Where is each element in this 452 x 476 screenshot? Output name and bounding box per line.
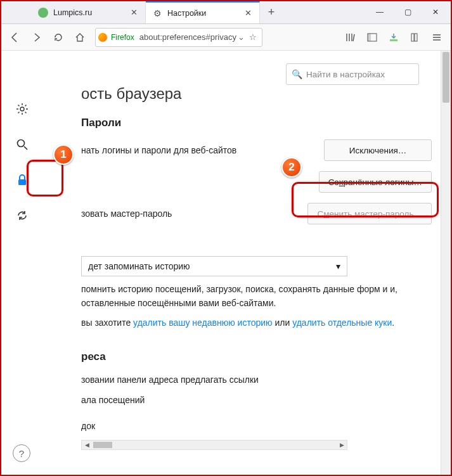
window-controls: — ▢ ✕ bbox=[366, 3, 449, 22]
browser-tab-lumpics[interactable]: Lumpics.ru ✕ bbox=[32, 1, 146, 23]
logins-section-title: Пароли bbox=[81, 117, 432, 129]
lock-icon bbox=[16, 174, 29, 186]
svg-point-6 bbox=[18, 140, 25, 147]
horizontal-scrollbar[interactable]: ◀ ▶ bbox=[81, 440, 347, 450]
download-icon bbox=[389, 32, 399, 42]
history-mode-value: дет запоминать историю bbox=[88, 261, 190, 271]
category-privacy[interactable] bbox=[12, 170, 32, 190]
prefs-search-placeholder: Найти в настройках bbox=[306, 70, 385, 79]
svg-rect-7 bbox=[18, 179, 26, 185]
app-menu-button[interactable] bbox=[427, 27, 447, 48]
help-button[interactable]: ? bbox=[13, 444, 30, 462]
scroll-left-arrow[interactable]: ◀ bbox=[82, 441, 92, 449]
svg-rect-1 bbox=[368, 34, 371, 41]
clear-recent-history-link[interactable]: удалить вашу недавнюю историю bbox=[133, 318, 272, 328]
firefox-logo-icon bbox=[98, 33, 107, 42]
sidebar-icon bbox=[367, 32, 377, 42]
svg-point-5 bbox=[20, 107, 24, 111]
urlbar-identity-label: Firefox bbox=[111, 33, 134, 42]
prefs-search-box[interactable]: 🔍 Найти в настройках bbox=[286, 63, 419, 85]
home-icon bbox=[75, 32, 85, 42]
addressbar-section-title: реса bbox=[81, 351, 432, 363]
window-minimize-button[interactable]: — bbox=[366, 3, 394, 22]
scroll-right-arrow[interactable]: ▶ bbox=[337, 441, 347, 449]
download-indicator[interactable] bbox=[384, 27, 404, 48]
urlbar-dropdown-icon[interactable]: ⌄ bbox=[236, 32, 247, 42]
remember-logins-label: нать логины и пароли для веб-сайтов bbox=[81, 145, 324, 155]
library-button[interactable] bbox=[340, 27, 361, 48]
nav-toolbar: Firefox about:preferences#privacy ⌄ ☆ bbox=[1, 24, 451, 51]
search-icon bbox=[16, 138, 29, 151]
search-icon: 🔍 bbox=[292, 69, 302, 79]
annotation-badge-1: 1 bbox=[53, 145, 74, 165]
forward-button[interactable] bbox=[27, 27, 47, 48]
bookmarks-menu-button[interactable] bbox=[405, 27, 425, 48]
addressbar-suggest-label: зовании панели адреса предлагать ссылки bbox=[81, 373, 432, 387]
window-close-button[interactable]: ✕ bbox=[422, 3, 449, 22]
saved-logins-button[interactable]: Сохранённые логины… bbox=[319, 171, 432, 193]
change-master-password-button[interactable]: Сменить мастер-пароль… bbox=[307, 203, 432, 224]
back-button[interactable] bbox=[5, 27, 25, 48]
close-tab-icon[interactable]: ✕ bbox=[243, 8, 253, 18]
close-tab-icon[interactable]: ✕ bbox=[129, 8, 139, 18]
scroll-thumb[interactable] bbox=[442, 52, 449, 103]
tab-title: Настройки bbox=[167, 9, 243, 18]
history-mode-select[interactable]: дет запоминать историю ▾ bbox=[81, 256, 347, 276]
svg-rect-3 bbox=[411, 34, 414, 41]
addressbar-bookmarks-label: док bbox=[81, 420, 432, 434]
category-sync[interactable] bbox=[12, 205, 32, 226]
new-tab-button[interactable]: + bbox=[260, 1, 283, 23]
sidebar-toggle-button[interactable] bbox=[362, 27, 382, 48]
history-description-1: помнить историю посещений, загрузок, пои… bbox=[81, 283, 432, 310]
history-description-2: вы захотите удалить вашу недавнюю истори… bbox=[81, 316, 432, 330]
home-button[interactable] bbox=[70, 27, 90, 48]
urlbar-text: about:preferences#privacy bbox=[139, 32, 236, 42]
sync-icon bbox=[16, 209, 29, 222]
scroll-thumb[interactable] bbox=[93, 442, 112, 448]
chevron-down-icon: ▾ bbox=[336, 261, 340, 271]
annotation-badge-2: 2 bbox=[281, 157, 302, 177]
question-mark-icon: ? bbox=[19, 448, 24, 459]
svg-rect-2 bbox=[390, 39, 397, 41]
url-bar[interactable]: Firefox about:preferences#privacy ⌄ ☆ bbox=[95, 28, 262, 47]
category-search[interactable] bbox=[12, 134, 32, 155]
svg-rect-4 bbox=[415, 34, 417, 41]
use-master-password-label: зовать мастер-пароль bbox=[81, 209, 307, 219]
back-arrow-icon bbox=[10, 32, 21, 43]
addressbar-history-label: ала посещений bbox=[81, 394, 432, 408]
browser-tab-settings[interactable]: ⚙ Настройки ✕ bbox=[146, 1, 260, 23]
hamburger-icon bbox=[432, 32, 442, 42]
favicon-lumpics bbox=[38, 8, 48, 18]
prefs-category-sidebar: ? bbox=[1, 51, 43, 475]
reload-button[interactable] bbox=[48, 27, 68, 48]
reload-icon bbox=[53, 32, 63, 42]
window-maximize-button[interactable]: ▢ bbox=[394, 3, 422, 22]
tab-title: Lumpics.ru bbox=[53, 8, 129, 17]
gear-icon bbox=[16, 103, 29, 115]
bookmark-star-icon[interactable]: ☆ bbox=[247, 32, 259, 42]
exceptions-button[interactable]: Исключения… bbox=[324, 139, 432, 161]
books-icon bbox=[410, 32, 420, 42]
forward-arrow-icon bbox=[32, 32, 42, 42]
remove-cookies-link[interactable]: удалить отдельные куки bbox=[292, 318, 392, 328]
library-icon bbox=[345, 32, 356, 43]
page-title: ость браузера bbox=[81, 85, 432, 103]
gear-icon: ⚙ bbox=[152, 8, 162, 18]
category-general[interactable] bbox=[12, 99, 32, 119]
vertical-scrollbar[interactable] bbox=[441, 51, 451, 475]
